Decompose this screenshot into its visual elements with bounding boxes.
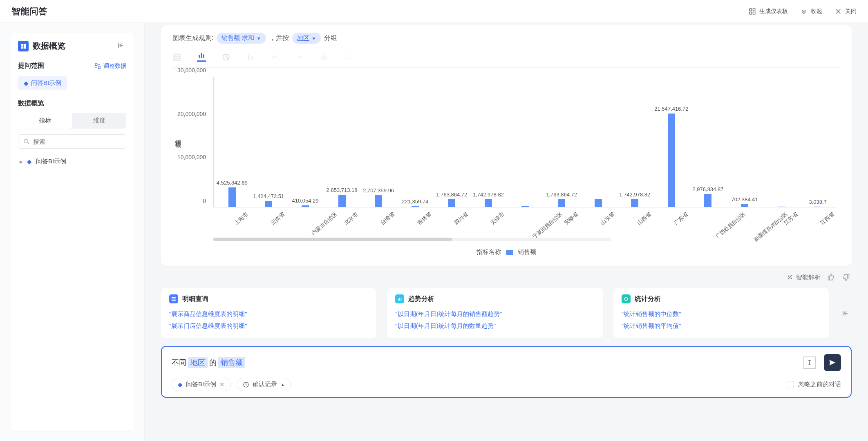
svg-rect-35 — [848, 274, 849, 278]
tab-dimension[interactable]: 维度 — [72, 113, 127, 129]
rule-prefix: 图表生成规则: — [172, 34, 213, 42]
caret-right-icon: ▸ — [20, 158, 23, 165]
close-icon[interactable]: ✕ — [219, 381, 225, 388]
bar[interactable]: 2,707,359.96 — [375, 195, 382, 207]
ignore-previous-toggle[interactable]: 忽略之前的对话 — [787, 381, 841, 388]
suggestion-panel: ☰ 明细查询 "展示商品信息维度表的明细" "展示门店信息维度表的明细" 趋势分… — [161, 288, 852, 339]
svg-rect-26 — [321, 56, 322, 60]
bar[interactable]: 1,763,864.72 — [448, 199, 455, 207]
svg-rect-34 — [828, 276, 830, 280]
chart-type-combo-icon[interactable] — [320, 53, 329, 62]
sidebar: 数据概览 提问范围 调整数据 ◆ 问答BI示例 — [0, 23, 145, 441]
bar[interactable]: 4,525,842.69 — [228, 187, 236, 207]
scope-label: 提问范围 — [18, 62, 44, 70]
main-content: 图表生成规则: 销售额 求和 ▼ ，并按 地区 ▼ 分组 — [145, 23, 868, 441]
adjust-data-button[interactable]: 调整数据 — [94, 62, 126, 70]
svg-rect-11 — [95, 64, 97, 66]
search-input[interactable] — [33, 138, 121, 145]
send-button[interactable] — [824, 354, 841, 371]
svg-rect-3 — [753, 12, 755, 14]
chart-type-area-icon[interactable] — [295, 53, 304, 62]
bar[interactable] — [778, 207, 785, 207]
svg-point-15 — [24, 139, 28, 143]
bar[interactable]: 1,424,472.51 — [265, 201, 272, 207]
svg-rect-28 — [325, 57, 327, 60]
history-chip[interactable]: 确认记录 ▲ — [237, 378, 291, 391]
svg-rect-36 — [398, 299, 399, 301]
suggestion-stats-card: 统计分析 "统计销售额的中位数" "统计销售额的平均值" — [613, 288, 829, 339]
chart-type-bar-icon[interactable] — [197, 53, 206, 62]
chart-type-table-icon[interactable] — [172, 53, 181, 62]
magic-icon — [786, 274, 794, 281]
tab-metric[interactable]: 指标 — [18, 113, 72, 129]
suggestion-item[interactable]: "展示商品信息维度表的明细" — [169, 308, 368, 320]
generate-dashboard-button[interactable]: 生成仪表板 — [749, 8, 788, 15]
clock-icon — [243, 381, 249, 388]
suggestions-collapse-button[interactable] — [839, 288, 852, 339]
svg-rect-25 — [252, 56, 253, 60]
chart-legend: 指标名称 销售额 — [172, 248, 840, 256]
search-icon — [23, 138, 30, 145]
page-title: 智能问答 — [11, 5, 47, 18]
chart-type-scatter-icon[interactable] — [344, 53, 353, 62]
chart-scrollbar[interactable] — [213, 238, 611, 241]
chart-plot[interactable]: 4,525,842.691,424,472.51410,054.292,853,… — [213, 77, 836, 207]
suggestion-item[interactable]: "统计销售额的平均值" — [622, 320, 821, 332]
svg-rect-17 — [174, 54, 180, 60]
scope-chip[interactable]: ◆ 问答BI示例 ✕ — [172, 378, 231, 391]
svg-rect-21 — [201, 53, 202, 58]
chart-type-pie-icon[interactable] — [221, 53, 230, 62]
thumbs-down-icon[interactable] — [842, 273, 850, 281]
suggestion-item[interactable]: "以日期(年月日)统计每月的销售额趋势" — [395, 308, 594, 320]
bar[interactable]: 3,038,7 — [814, 207, 821, 207]
bar[interactable]: 1,763,864.72 — [558, 199, 565, 207]
caret-down-icon: ▼ — [257, 36, 261, 41]
overview-label: 数据概览 — [18, 99, 126, 108]
bar[interactable]: 2,853,713.18 — [338, 195, 346, 207]
caret-up-icon: ▲ — [280, 382, 285, 387]
svg-rect-7 — [24, 44, 26, 49]
text-cursor-indicator — [803, 356, 816, 369]
thumbs-up-icon[interactable] — [827, 273, 835, 281]
top-actions: 生成仪表板 收起 关闭 — [749, 8, 857, 15]
svg-point-30 — [348, 55, 349, 56]
svg-rect-38 — [401, 298, 402, 301]
suggestion-item[interactable]: "统计销售额的中位数" — [622, 308, 821, 320]
smart-analysis-button[interactable]: 智能解析 — [786, 274, 821, 281]
tree-item-example[interactable]: ▸ ◆ 问答BI示例 — [18, 154, 126, 169]
sidebar-title: 数据概览 — [33, 40, 65, 51]
close-button[interactable]: 关闭 — [834, 8, 857, 15]
svg-rect-20 — [199, 55, 200, 58]
svg-rect-27 — [323, 55, 324, 60]
dimension-selector[interactable]: 地区 ▼ — [292, 33, 321, 44]
query-input[interactable]: 不同 地区 的 销售额 — [172, 357, 801, 368]
bar[interactable]: 1,742,978.82 — [485, 199, 492, 207]
chart-type-stacked-icon[interactable] — [246, 53, 255, 62]
suggestion-item[interactable]: "展示门店信息维度表的明细" — [169, 320, 368, 332]
chart-card: 图表生成规则: 销售额 求和 ▼ ，并按 地区 ▼ 分组 — [161, 25, 852, 266]
bar[interactable]: 2,976,834.87 — [704, 194, 711, 207]
bar-chart: 销售额 010,000,00020,000,00030,000,000 4,52… — [172, 73, 840, 236]
bar[interactable]: 1,742,978.82 — [631, 199, 638, 207]
bar[interactable]: 21,547,416.72 — [668, 114, 675, 207]
search-input-wrap[interactable] — [18, 134, 126, 149]
chart-type-line-icon[interactable] — [271, 53, 280, 62]
svg-rect-8 — [21, 46, 23, 48]
bar[interactable]: 702,384.41 — [741, 204, 748, 207]
bar[interactable]: 221,359.74 — [412, 206, 419, 207]
sidebar-collapse-button[interactable] — [116, 40, 126, 52]
bar[interactable] — [521, 206, 529, 207]
collapse-button[interactable]: 收起 — [800, 8, 822, 15]
send-icon — [828, 359, 837, 367]
scope-chip[interactable]: ◆ 问答BI示例 — [18, 76, 67, 90]
svg-rect-37 — [399, 298, 400, 301]
bar[interactable]: 410,054.29 — [302, 205, 309, 207]
bar[interactable] — [595, 199, 602, 207]
token-sales[interactable]: 销售额 — [218, 357, 245, 368]
token-region[interactable]: 地区 — [188, 357, 208, 368]
checkbox[interactable] — [787, 381, 794, 388]
suggestion-item[interactable]: "以日期(年月日)统计每月的数量趋势" — [395, 320, 594, 332]
caret-down-icon: ▼ — [312, 36, 316, 41]
diamond-icon: ◆ — [178, 381, 183, 388]
metric-selector[interactable]: 销售额 求和 ▼ — [217, 33, 266, 44]
